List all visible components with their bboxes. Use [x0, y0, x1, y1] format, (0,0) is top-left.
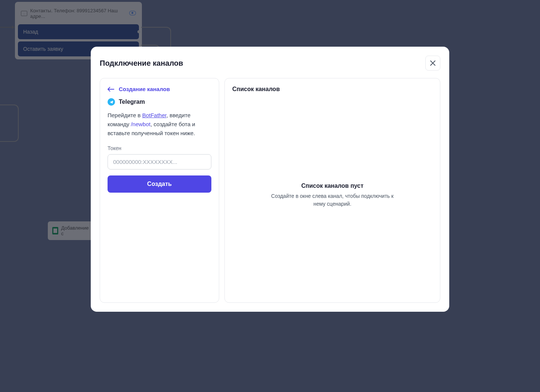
arrow-left-icon: [108, 87, 114, 92]
channel-name: Telegram: [119, 99, 145, 105]
modal-title: Подключение каналов: [100, 59, 183, 68]
channels-list-title: Список каналов: [232, 86, 432, 93]
close-button[interactable]: [425, 56, 440, 71]
instructions-text: Перейдите в BotFather, введите команду /…: [108, 111, 211, 138]
token-input[interactable]: [108, 154, 211, 169]
token-label: Токен: [108, 145, 211, 151]
channels-list-panel: Список каналов Список каналов пуст Созда…: [224, 78, 440, 303]
close-icon: [430, 60, 436, 66]
create-channel-panel: Создание каналов Telegram Перейдите в Bo…: [100, 78, 219, 303]
connect-channels-modal: Подключение каналов Создание каналов: [91, 47, 449, 312]
back-link-label: Создание каналов: [119, 86, 170, 92]
empty-state-description: Создайте в окне слева канал, чтобы подкл…: [265, 192, 400, 208]
botfather-link[interactable]: BotFather: [142, 112, 167, 118]
telegram-icon: [108, 98, 115, 106]
modal-body: Создание каналов Telegram Перейдите в Bo…: [100, 78, 440, 303]
empty-state-title: Список каналов пуст: [301, 183, 364, 189]
command-text: /newbot: [131, 121, 150, 127]
modal-header: Подключение каналов: [100, 56, 440, 71]
back-link[interactable]: Создание каналов: [108, 86, 211, 92]
modal-overlay: Подключение каналов Создание каналов: [0, 0, 540, 392]
create-button[interactable]: Создать: [108, 175, 211, 193]
channel-type-header: Telegram: [108, 98, 211, 106]
empty-state: Список каналов пуст Создайте в окне слев…: [232, 96, 432, 295]
